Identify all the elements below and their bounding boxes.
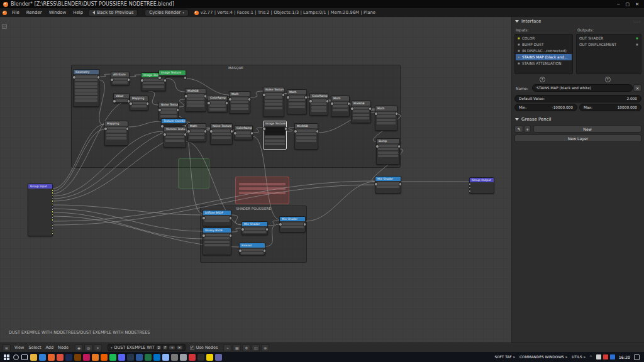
menu-render[interactable]: Render (23, 9, 45, 16)
taskbar-excel[interactable] (145, 354, 152, 361)
node-group-input[interactable]: Group Input (28, 184, 53, 236)
node-colorramp-2[interactable]: ColorRamp (309, 93, 328, 116)
new-layer-button[interactable]: New Layer (514, 134, 641, 142)
tray-language-icon[interactable] (596, 354, 601, 359)
node-menu-add[interactable]: Add (44, 344, 56, 351)
shader-type-object-icon[interactable]: ◆ (75, 344, 83, 351)
browse-id-icon[interactable]: ▾ (111, 346, 113, 349)
users-count-button[interactable]: 2 (157, 346, 162, 349)
node-voronoi-texture[interactable]: Voronoi Texture (164, 126, 186, 148)
taskbar-notepad[interactable] (162, 354, 169, 361)
output-socket[interactable] (52, 211, 54, 213)
node-math-3[interactable]: Math (331, 96, 350, 117)
node-bump[interactable]: Bump (376, 138, 400, 165)
node-mix-rgb-3[interactable]: MixRGB (294, 123, 318, 150)
taskbar-firefox[interactable] (48, 354, 55, 361)
node-fresnel[interactable]: Fresnel (239, 243, 265, 255)
outputs-list[interactable]: OUT SHADEROUT DISPLACEMENT (576, 34, 641, 74)
node-colorramp-1[interactable]: ColorRamp (208, 95, 228, 112)
tray-toolbar-soft-taf[interactable]: SOFT TAF » (494, 355, 515, 359)
taskbar-paint[interactable] (189, 354, 196, 361)
taskbar-word[interactable] (136, 354, 143, 361)
output-socket[interactable] (52, 192, 54, 194)
node-texture-coordinate[interactable]: Texture Coordinate (161, 118, 186, 125)
menu-window[interactable]: Window (46, 9, 70, 16)
interface-input-in-displac-connected[interactable]: IN DISPLAC...connected) (516, 48, 572, 54)
use-nodes-toggle[interactable]: Use Nodes (190, 345, 218, 350)
node-image-texture-3[interactable]: Image Texture (263, 121, 287, 150)
interface-output-out-displacement[interactable]: OUT DISPLACEMENT (577, 41, 640, 48)
interface-input-bump-dust[interactable]: BUMP DUST (516, 41, 572, 48)
taskbar-zip-tool[interactable] (206, 354, 213, 361)
node-noise-texture-3[interactable]: Noise Texture (210, 123, 233, 145)
node-mapping-2[interactable]: Mapping (104, 121, 128, 146)
node-menu-view[interactable]: View (13, 344, 26, 351)
node-image-texture-2[interactable]: Image Texture (158, 70, 186, 77)
output-socket[interactable] (52, 216, 54, 219)
clear-name-button[interactable]: ✕ (633, 84, 641, 92)
inputs-list[interactable]: COLORBUMP DUSTIN DISPLAC...connected)STA… (514, 34, 573, 74)
add-output-button[interactable]: + (605, 77, 611, 82)
taskbar-edge-browser[interactable] (39, 354, 46, 361)
node-math-2[interactable]: Math (287, 89, 307, 114)
output-socket[interactable] (52, 227, 54, 229)
menu-file[interactable]: File (9, 9, 23, 16)
output-socket[interactable] (52, 222, 54, 224)
input-socket[interactable] (469, 187, 471, 189)
taskbar-teams[interactable] (215, 354, 222, 361)
default-value-field[interactable]: Default Value: 2.000 (514, 95, 641, 102)
output-socket[interactable] (52, 233, 54, 235)
taskbar-outlook[interactable] (153, 354, 160, 361)
node-diffuse-bsdf[interactable]: Diffuse BSDF (203, 210, 231, 226)
close-button[interactable]: ✕ (635, 2, 639, 7)
node-menu-node[interactable]: Node (56, 344, 70, 351)
back-to-previous-button[interactable]: Back to Previous (88, 9, 138, 16)
snap-element-icon[interactable]: ▦ (233, 344, 241, 351)
node-value-1[interactable]: Value (113, 93, 130, 103)
taskbar-blender[interactable] (92, 354, 99, 361)
output-socket[interactable] (52, 208, 54, 211)
node-mapping-1[interactable]: Mapping (130, 96, 148, 111)
node-attribute[interactable]: Attribute (111, 72, 130, 85)
input-socket[interactable] (469, 190, 471, 192)
taskbar-indesign[interactable] (83, 354, 90, 361)
zoom-icon[interactable]: ⊕ (261, 344, 269, 351)
min-field[interactable]: Min: -10000.000 (514, 104, 577, 111)
taskbar-discord[interactable] (118, 354, 125, 361)
node-colorramp-3[interactable]: ColorRamp (234, 125, 253, 140)
node-math-5[interactable]: Math (187, 123, 206, 142)
fake-user-button[interactable]: F (163, 346, 167, 349)
input-socket[interactable] (469, 183, 471, 185)
menu-help[interactable]: Help (70, 9, 86, 16)
start-button[interactable] (3, 354, 11, 361)
node-math-4[interactable]: Math (375, 106, 397, 131)
editor-corner-widget[interactable] (2, 24, 7, 29)
node-mix-rgb-1[interactable]: MixRGB (185, 88, 206, 112)
output-socket[interactable] (52, 214, 54, 216)
output-socket[interactable] (52, 224, 54, 227)
output-socket[interactable] (52, 197, 54, 200)
blender-menu-icon[interactable] (3, 11, 7, 15)
node-mix-shader-1[interactable]: Mix Shader (242, 221, 268, 235)
task-view-icon[interactable] (21, 354, 28, 360)
grease-pencil-new-button[interactable]: New (533, 125, 641, 133)
grease-pencil-draw-button[interactable]: ✎ (514, 125, 523, 133)
interface-input-color[interactable]: COLOR (516, 35, 572, 41)
grease-pencil-add-button[interactable]: + (524, 125, 531, 133)
manipulator-icon[interactable]: ✥ (242, 344, 250, 351)
node-group-output[interactable]: Group Output (469, 177, 494, 194)
tray-expand-icon[interactable]: ^ (589, 355, 592, 359)
checkbox-checked-icon[interactable] (190, 346, 194, 350)
node-mix-shader-out[interactable]: Mix Shader (375, 176, 401, 194)
unlink-tree-button[interactable]: ✕ (177, 346, 182, 349)
taskbar-spotify[interactable] (109, 354, 116, 361)
interface-panel-header[interactable]: Interface :::: (512, 17, 644, 25)
grease-pencil-panel-header[interactable]: Grease Pencil (512, 115, 644, 123)
tray-toolbar-commandes-windows[interactable]: COMMANDES WINDOWS » (519, 355, 567, 359)
node-mix-shader-2[interactable]: Mix Shader (279, 216, 306, 233)
taskbar-terminal[interactable] (197, 354, 204, 361)
taskbar-photoshop[interactable] (65, 354, 72, 361)
tray-sync-icon[interactable] (610, 354, 615, 359)
taskbar-vlc[interactable] (101, 354, 108, 361)
maximize-button[interactable]: ▢ (626, 2, 630, 7)
